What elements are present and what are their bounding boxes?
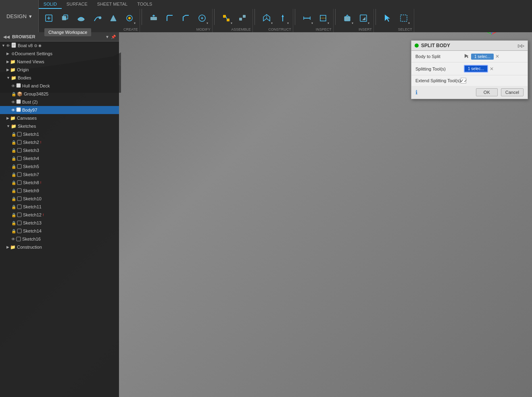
toolbar-section-assemble: ASSEMBLE [216,9,253,32]
splitting-tool-clear[interactable]: ✕ [490,66,494,72]
insert-decal-icon[interactable] [340,10,355,26]
browser-item-sketch1[interactable]: 🔒 Sketch1 [0,130,119,138]
fillet-icon[interactable] [162,10,177,26]
browser-item-sketch9[interactable]: 🔒 Sketch9 [0,187,119,195]
split-body-expand-icon[interactable]: ▷▷ [518,44,524,48]
design-button[interactable]: DESIGN ▾ [0,0,39,32]
select-body-icon [464,53,469,59]
browser-item-sketch7[interactable]: 🔒 Sketch7 [0,170,119,179]
extrude-icon[interactable] [57,10,73,26]
browser-item-sketch4[interactable]: 🔒 Sketch4 [0,154,119,162]
browser-item-sketches[interactable]: ▼ 📁 Sketches [0,122,119,130]
svg-marker-20 [282,15,284,17]
browser-item-sketch10[interactable]: 🔒 Sketch10 [0,195,119,203]
assemble-as-built-icon[interactable] [235,10,250,26]
construct-axis-icon[interactable] [275,10,290,26]
boat-v8-label: Boat v8 [18,43,33,48]
modify-more-icon[interactable] [194,10,210,26]
expand-arrow-doc[interactable]: ▶ [6,52,9,56]
body-to-split-value[interactable]: 1 selec... [471,54,494,60]
expand-arrow-canvases[interactable]: ▶ [6,116,9,120]
tab-solid[interactable]: SOLID [39,0,62,9]
select-arrow-icon[interactable] [380,10,395,26]
browser-item-sketch14[interactable]: 🔒 Sketch14 [0,227,119,235]
expand-arrow-bodies[interactable]: ▼ [6,76,10,80]
expand-arrow-sketches[interactable]: ▼ [6,124,10,128]
splitting-tool-row: Splitting Tool(s) 1 selec... ✕ [411,62,528,75]
browser-pin-icon[interactable]: 📌 [111,35,116,39]
sweep-icon[interactable] [90,10,105,26]
lock-icon-sketch1: 🔒 [11,132,16,137]
modify-press-pull-icon[interactable] [146,10,161,26]
browser-item-sketch13[interactable]: 🔒 Sketch13 [0,219,119,227]
browser-item-sketch5[interactable]: 🔒 Sketch5 [0,162,119,170]
browser-item-bodies[interactable]: ▼ 📁 Bodies [0,74,119,82]
svg-rect-12 [223,15,226,18]
sketch3-label: Sketch3 [23,148,39,153]
browser-item-sketch16[interactable]: 👁 Sketch16 [0,235,119,243]
expand-arrow-construction[interactable]: ▶ [6,245,9,249]
extend-splitting-row: Extend Splitting Tool(s) ✓ [411,75,528,86]
revolve-icon[interactable] [73,10,89,26]
body-icon-body97 [16,107,21,112]
construct-plane-icon[interactable] [259,10,274,26]
splitting-tool-value[interactable]: 1 selec... [464,65,488,73]
tab-tools[interactable]: TOOLS [132,0,157,9]
create-new-icon[interactable] [41,10,56,26]
expand-arrow-named-views[interactable]: ▶ [6,60,9,64]
lock-icon-sketch2: 🔒 [11,140,16,145]
info-icon[interactable]: ℹ [415,89,417,96]
svg-rect-90 [17,108,21,112]
expand-arrow-origin[interactable]: ▶ [6,68,9,72]
browser-item-boat-v8[interactable]: ▼ 👁 Boat v8 ⚙ ◉ [0,42,119,50]
inspect-section-icon[interactable] [315,10,331,26]
sketch-icon-4 [17,156,22,161]
visibility-bust[interactable]: 👁 [11,100,15,104]
insert-canvas-icon[interactable] [356,10,371,26]
canvases-label: Canvases [17,116,37,121]
tab-surface[interactable]: SURFACE [62,0,92,9]
browser-item-group34825[interactable]: 🔒 📦 Group34825 [0,90,119,98]
create-more-icon[interactable] [122,10,137,26]
browser-item-doc-settings[interactable]: ▶ ⚙ Document Settings [0,50,119,58]
browser-item-sketch8[interactable]: 🔒 Sketch8 ! [0,179,119,187]
svg-marker-28 [362,17,365,20]
warning-icon-sketch8: ! [40,181,42,185]
browser-item-sketch12[interactable]: 🔒 Sketch12 ! [0,211,119,219]
browser-item-body97[interactable]: 👁 Body97 [0,106,119,114]
browser-item-named-views[interactable]: ▶ 📁 Named Views [0,58,119,66]
cancel-button[interactable]: Cancel [501,88,524,96]
browser-item-hull-deck[interactable]: 👁 Hull and Deck [0,82,119,90]
loft-icon[interactable] [106,10,121,26]
ok-button[interactable]: OK [476,88,498,96]
browser-item-canvases[interactable]: ▶ 📁 Canvases [0,114,119,122]
browser-item-sketch2[interactable]: 🔒 Sketch2 ! [0,138,119,146]
visibility-sketch16[interactable]: 👁 [11,237,15,241]
svg-rect-27 [360,15,367,21]
browser-item-construction[interactable]: ▶ 📁 Construction [0,243,119,251]
browser-item-sketch3[interactable]: 🔒 Sketch3 [0,146,119,154]
browser-item-origin[interactable]: ▶ 📁 Origin [0,66,119,74]
browser-collapse-icon[interactable]: ▼ [105,35,109,39]
chamfer-icon[interactable] [178,10,194,26]
body-to-split-clear[interactable]: ✕ [495,54,499,59]
browser-back-icon[interactable]: ◀◀ [3,35,10,39]
sketch2-label: Sketch2 [23,140,39,145]
activate-icon[interactable]: ◉ [38,44,42,48]
svg-rect-91 [17,132,21,136]
svg-point-9 [128,17,131,19]
browser-item-sketch11[interactable]: 🔒 Sketch11 [0,203,119,211]
select-box-icon[interactable] [396,10,411,26]
settings-icon[interactable]: ⚙ [34,44,38,48]
extend-splitting-checkbox[interactable]: ✓ [461,78,466,83]
sketch-icon-16 [16,237,21,241]
visibility-hull[interactable]: 👁 [11,84,15,88]
expand-arrow-boat[interactable]: ▼ [2,44,5,48]
visibility-body97[interactable]: 👁 [11,108,15,112]
visibility-boat[interactable]: 👁 [6,44,10,48]
assemble-joint-icon[interactable] [219,10,234,26]
tab-sheet-metal[interactable]: SHEET METAL [92,0,132,9]
browser-item-bust2[interactable]: 👁 Bust (2) [0,98,119,106]
inspect-measure-icon[interactable] [299,10,315,26]
lock-icon-sketch4: 🔒 [11,156,16,161]
